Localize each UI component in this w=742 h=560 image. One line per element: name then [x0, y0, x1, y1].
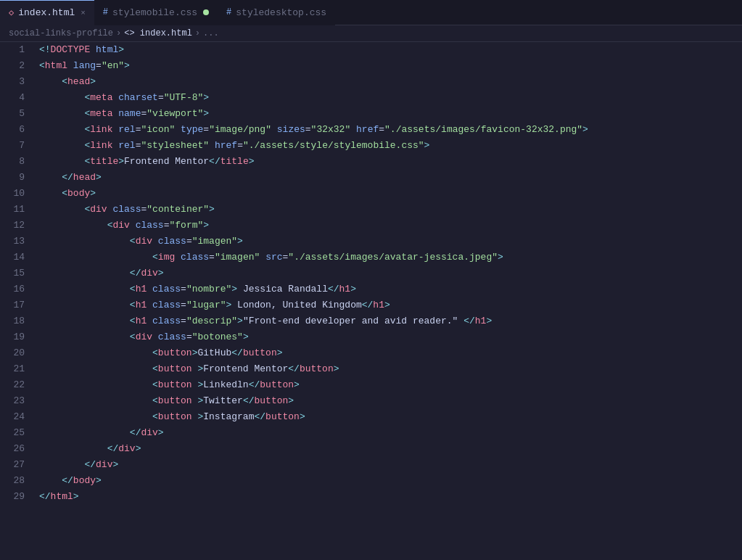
- line-num-5: 5: [0, 106, 36, 122]
- line-num-28: 28: [0, 473, 36, 489]
- line-num-12: 12: [0, 218, 36, 234]
- line-num-25: 25: [0, 425, 36, 441]
- line-num-4: 4: [0, 90, 36, 106]
- tab-label-stylemobile: stylemobile.css: [112, 7, 197, 18]
- tab-styledesktop[interactable]: # styledesktop.css: [218, 0, 335, 25]
- line-num-15: 15: [0, 265, 36, 281]
- code-line-10: <body>: [39, 186, 742, 202]
- line-num-22: 22: [0, 377, 36, 393]
- code-line-4: <meta charset="UTF-8">: [39, 90, 742, 106]
- line-num-9: 9: [0, 170, 36, 186]
- editor: 1 2 3 4 5 6 7 8 9 10 11 12 13 14 15 16 1…: [0, 42, 742, 556]
- line-num-6: 6: [0, 122, 36, 138]
- line-num-13: 13: [0, 234, 36, 250]
- breadcrumb-sep2: ›: [195, 28, 200, 38]
- line-num-26: 26: [0, 441, 36, 457]
- html-icon: ◇: [9, 7, 14, 18]
- code-line-27: </div>: [39, 457, 742, 473]
- css-icon-mobile: #: [103, 7, 108, 17]
- code-area[interactable]: <!DOCTYPE html> <html lang="en"> <head> …: [36, 42, 742, 556]
- line-num-21: 21: [0, 361, 36, 377]
- tab-label-index: index.html: [18, 7, 75, 18]
- code-line-14: <img class="imagen" src="./assets/images…: [39, 250, 742, 265]
- code-line-23: <button >Twitter</button>: [39, 393, 742, 409]
- line-num-29: 29: [0, 489, 36, 505]
- code-line-11: <div class="conteiner">: [39, 202, 742, 218]
- code-line-26: </div>: [39, 441, 742, 457]
- code-line-15: </div>: [39, 265, 742, 281]
- line-num-17: 17: [0, 297, 36, 313]
- line-num-27: 27: [0, 457, 36, 473]
- line-num-1: 1: [0, 42, 36, 58]
- line-num-2: 2: [0, 58, 36, 74]
- code-line-9: </head>: [39, 170, 742, 186]
- line-num-24: 24: [0, 409, 36, 425]
- css-icon-desktop: #: [226, 7, 231, 17]
- breadcrumb: social-links-profile › <> index.html › .…: [0, 25, 742, 42]
- code-line-1: <!DOCTYPE html>: [39, 42, 742, 58]
- code-line-13: <div class="imagen">: [39, 234, 742, 250]
- code-line-16: <h1 class="nombre"> Jessica Randall</h1>: [39, 281, 742, 297]
- code-line-6: <link rel="icon" type="image/png" sizes=…: [39, 122, 742, 138]
- line-num-18: 18: [0, 313, 36, 329]
- code-line-29: </html>: [39, 489, 742, 505]
- code-line-8: <title>Frontend Mentor</title>: [39, 154, 742, 170]
- line-num-16: 16: [0, 281, 36, 297]
- code-line-17: <h1 class="lugar"> London, United Kingdo…: [39, 297, 742, 313]
- tab-bar: ◇ index.html × # stylemobile.css # style…: [0, 0, 742, 25]
- code-line-7: <link rel="stylesheet" href="./assets/st…: [39, 138, 742, 154]
- line-num-11: 11: [0, 202, 36, 218]
- line-num-19: 19: [0, 329, 36, 345]
- code-line-25: </div>: [39, 425, 742, 441]
- line-num-7: 7: [0, 138, 36, 154]
- code-line-3: <head>: [39, 74, 742, 90]
- line-num-20: 20: [0, 345, 36, 361]
- code-line-24: <button >Instagram</button>: [39, 409, 742, 425]
- code-line-2: <html lang="en">: [39, 58, 742, 74]
- line-num-23: 23: [0, 393, 36, 409]
- line-numbers: 1 2 3 4 5 6 7 8 9 10 11 12 13 14 15 16 1…: [0, 42, 36, 556]
- tab-modified-dot: [203, 9, 209, 15]
- breadcrumb-file: <> index.html: [124, 28, 192, 38]
- line-num-3: 3: [0, 74, 36, 90]
- breadcrumb-sep1: ›: [116, 28, 121, 38]
- tab-stylemobile[interactable]: # stylemobile.css: [94, 0, 218, 25]
- code-line-22: <button >Linkedln</button>: [39, 377, 742, 393]
- breadcrumb-ellipsis: ...: [203, 28, 219, 38]
- code-line-18: <h1 class="descrip">"Front-end developer…: [39, 313, 742, 329]
- code-line-5: <meta name="viewport">: [39, 106, 742, 122]
- line-num-8: 8: [0, 154, 36, 170]
- tab-close-index[interactable]: ×: [81, 9, 86, 17]
- code-line-12: <div class="form">: [39, 218, 742, 234]
- code-line-19: <div class="botones">: [39, 329, 742, 345]
- code-line-28: </body>: [39, 473, 742, 489]
- line-num-10: 10: [0, 186, 36, 202]
- line-num-14: 14: [0, 250, 36, 265]
- code-line-21: <button >Frontend Mentor</button>: [39, 361, 742, 377]
- tab-label-styledesktop: styledesktop.css: [236, 7, 326, 18]
- breadcrumb-folder: social-links-profile: [9, 28, 113, 38]
- code-line-20: <button>GitHub</button>: [39, 345, 742, 361]
- tab-index-html[interactable]: ◇ index.html ×: [0, 0, 94, 25]
